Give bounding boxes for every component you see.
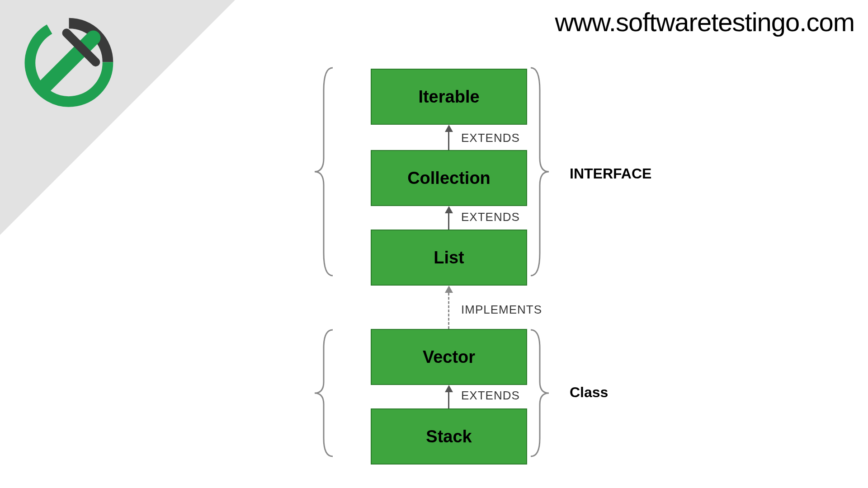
arrow-head-icon [445, 206, 453, 213]
svg-line-0 [45, 38, 94, 87]
arrow-line [448, 213, 449, 230]
arrow-head-icon [445, 125, 453, 132]
logo [20, 14, 118, 111]
node-list: List [371, 230, 527, 286]
node-iterable: Iterable [371, 69, 527, 125]
extends-label-1: EXTENDS [461, 131, 520, 145]
implements-label: IMPLEMENTS [461, 303, 542, 317]
node-collection: Collection [371, 150, 527, 206]
node-list-label: List [434, 248, 464, 267]
arrow-head-icon [445, 286, 453, 293]
node-vector-label: Vector [423, 347, 475, 367]
interface-group-label: INTERFACE [570, 165, 651, 182]
node-collection-label: Collection [407, 169, 491, 188]
node-stack: Stack [371, 408, 527, 465]
arrow-line [448, 392, 449, 408]
brace-left-class-icon [310, 325, 335, 461]
logo-icon [20, 14, 118, 111]
brace-left-interface-icon [310, 63, 335, 280]
node-vector: Vector [371, 329, 527, 385]
arrow-head-icon [445, 385, 453, 392]
brace-right-interface-icon [529, 63, 553, 280]
extends-label-3: EXTENDS [461, 389, 520, 403]
class-group-label: Class [570, 384, 608, 401]
arrow-dashed-line [448, 293, 449, 329]
extends-label-2: EXTENDS [461, 210, 520, 224]
site-url: www.softwaretestingo.com [555, 7, 854, 37]
node-stack-label: Stack [426, 427, 472, 446]
brace-right-class-icon [529, 325, 553, 461]
node-iterable-label: Iterable [418, 87, 479, 107]
arrow-line [448, 132, 449, 150]
